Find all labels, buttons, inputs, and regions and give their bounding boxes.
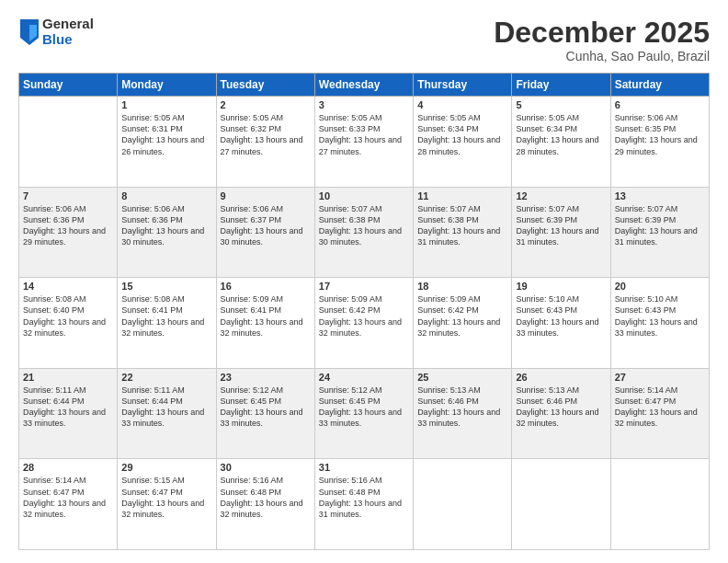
cell-info: Sunrise: 5:06 AMSunset: 6:36 PMDaylight:… (23, 203, 113, 248)
day-number: 30 (221, 462, 311, 473)
table-row: 19 Sunrise: 5:10 AMSunset: 6:43 PMDaylig… (512, 278, 610, 369)
day-number: 25 (417, 372, 507, 383)
day-number: 2 (221, 99, 311, 110)
day-number: 28 (23, 462, 113, 473)
page: General Blue December 2025 Cunha, Sao Pa… (0, 0, 728, 563)
day-number: 19 (516, 281, 606, 292)
table-row (610, 459, 709, 550)
cell-info: Sunrise: 5:08 AMSunset: 6:41 PMDaylight:… (121, 293, 211, 339)
cell-info: Sunrise: 5:13 AMSunset: 6:46 PMDaylight:… (516, 385, 606, 430)
header: General Blue December 2025 Cunha, Sao Pa… (18, 17, 710, 63)
cell-info: Sunrise: 5:11 AMSunset: 6:44 PMDaylight:… (23, 385, 113, 430)
col-wednesday: Wednesday (314, 74, 413, 97)
cell-info: Sunrise: 5:11 AMSunset: 6:44 PMDaylight:… (121, 385, 211, 430)
table-row: 14 Sunrise: 5:08 AMSunset: 6:40 PMDaylig… (19, 278, 118, 369)
day-number: 24 (319, 372, 409, 383)
logo-blue: Blue (42, 32, 94, 48)
table-row: 8 Sunrise: 5:06 AMSunset: 6:36 PMDayligh… (118, 187, 216, 278)
day-number: 15 (121, 281, 211, 292)
table-row: 2 Sunrise: 5:05 AMSunset: 6:32 PMDayligh… (216, 97, 314, 188)
calendar-table: Sunday Monday Tuesday Wednesday Thursday… (18, 73, 710, 550)
day-number: 11 (417, 190, 507, 201)
cell-info: Sunrise: 5:07 AMSunset: 6:39 PMDaylight:… (615, 203, 705, 248)
col-saturday: Saturday (610, 74, 709, 97)
table-row: 16 Sunrise: 5:09 AMSunset: 6:41 PMDaylig… (216, 278, 314, 369)
day-number: 5 (516, 99, 606, 110)
cell-info: Sunrise: 5:10 AMSunset: 6:43 PMDaylight:… (615, 293, 705, 339)
table-row: 18 Sunrise: 5:09 AMSunset: 6:42 PMDaylig… (414, 278, 512, 369)
cell-info: Sunrise: 5:07 AMSunset: 6:38 PMDaylight:… (417, 203, 507, 248)
day-number: 1 (121, 99, 211, 110)
day-number: 23 (221, 372, 311, 383)
table-row: 4 Sunrise: 5:05 AMSunset: 6:34 PMDayligh… (414, 97, 512, 188)
table-row: 27 Sunrise: 5:14 AMSunset: 6:47 PMDaylig… (610, 368, 709, 459)
day-number: 31 (319, 462, 409, 473)
cell-info: Sunrise: 5:05 AMSunset: 6:33 PMDaylight:… (319, 112, 409, 157)
calendar-week-row: 28 Sunrise: 5:14 AMSunset: 6:47 PMDaylig… (19, 459, 710, 550)
day-number: 22 (121, 372, 211, 383)
table-row: 11 Sunrise: 5:07 AMSunset: 6:38 PMDaylig… (414, 187, 512, 278)
table-row: 30 Sunrise: 5:16 AMSunset: 6:48 PMDaylig… (216, 459, 314, 550)
day-number: 20 (615, 281, 705, 292)
day-number: 4 (417, 99, 507, 110)
table-row: 15 Sunrise: 5:08 AMSunset: 6:41 PMDaylig… (118, 278, 216, 369)
subtitle: Cunha, Sao Paulo, Brazil (494, 49, 710, 63)
table-row: 21 Sunrise: 5:11 AMSunset: 6:44 PMDaylig… (19, 368, 118, 459)
day-number: 9 (221, 190, 311, 201)
col-thursday: Thursday (414, 74, 512, 97)
calendar-week-row: 1 Sunrise: 5:05 AMSunset: 6:31 PMDayligh… (19, 97, 710, 188)
cell-info: Sunrise: 5:05 AMSunset: 6:34 PMDaylight:… (516, 112, 606, 157)
cell-info: Sunrise: 5:07 AMSunset: 6:38 PMDaylight:… (319, 203, 409, 248)
cell-info: Sunrise: 5:15 AMSunset: 6:47 PMDaylight:… (121, 475, 211, 520)
calendar-week-row: 14 Sunrise: 5:08 AMSunset: 6:40 PMDaylig… (19, 278, 710, 369)
day-number: 3 (319, 99, 409, 110)
calendar-week-row: 21 Sunrise: 5:11 AMSunset: 6:44 PMDaylig… (19, 368, 710, 459)
col-sunday: Sunday (19, 74, 118, 97)
day-number: 14 (23, 281, 113, 292)
table-row: 29 Sunrise: 5:15 AMSunset: 6:47 PMDaylig… (118, 459, 216, 550)
table-row: 20 Sunrise: 5:10 AMSunset: 6:43 PMDaylig… (610, 278, 709, 369)
table-row: 13 Sunrise: 5:07 AMSunset: 6:39 PMDaylig… (610, 187, 709, 278)
col-tuesday: Tuesday (216, 74, 314, 97)
day-number: 7 (23, 190, 113, 201)
table-row: 7 Sunrise: 5:06 AMSunset: 6:36 PMDayligh… (19, 187, 118, 278)
table-row: 25 Sunrise: 5:13 AMSunset: 6:46 PMDaylig… (414, 368, 512, 459)
day-number: 21 (23, 372, 113, 383)
cell-info: Sunrise: 5:07 AMSunset: 6:39 PMDaylight:… (516, 203, 606, 248)
cell-info: Sunrise: 5:05 AMSunset: 6:31 PMDaylight:… (121, 112, 211, 157)
day-number: 12 (516, 190, 606, 201)
table-row: 22 Sunrise: 5:11 AMSunset: 6:44 PMDaylig… (118, 368, 216, 459)
day-number: 13 (615, 190, 705, 201)
table-row: 3 Sunrise: 5:05 AMSunset: 6:33 PMDayligh… (314, 97, 413, 188)
table-row: 23 Sunrise: 5:12 AMSunset: 6:45 PMDaylig… (216, 368, 314, 459)
col-friday: Friday (512, 74, 610, 97)
cell-info: Sunrise: 5:13 AMSunset: 6:46 PMDaylight:… (417, 385, 507, 430)
calendar-header-row: Sunday Monday Tuesday Wednesday Thursday… (19, 74, 710, 97)
day-number: 27 (615, 372, 705, 383)
logo-general: General (42, 17, 94, 32)
logo-icon (20, 19, 39, 45)
main-title: December 2025 (494, 17, 710, 49)
day-number: 6 (615, 99, 705, 110)
cell-info: Sunrise: 5:12 AMSunset: 6:45 PMDaylight:… (319, 385, 409, 430)
logo-text: General Blue (42, 17, 94, 47)
day-number: 10 (319, 190, 409, 201)
col-monday: Monday (118, 74, 216, 97)
day-number: 8 (121, 190, 211, 201)
table-row: 17 Sunrise: 5:09 AMSunset: 6:42 PMDaylig… (314, 278, 413, 369)
cell-info: Sunrise: 5:16 AMSunset: 6:48 PMDaylight:… (221, 475, 311, 520)
day-number: 29 (121, 462, 211, 473)
title-block: December 2025 Cunha, Sao Paulo, Brazil (494, 17, 710, 63)
logo: General Blue (18, 17, 94, 47)
table-row: 28 Sunrise: 5:14 AMSunset: 6:47 PMDaylig… (19, 459, 118, 550)
cell-info: Sunrise: 5:14 AMSunset: 6:47 PMDaylight:… (615, 385, 705, 430)
day-number: 17 (319, 281, 409, 292)
table-row: 1 Sunrise: 5:05 AMSunset: 6:31 PMDayligh… (118, 97, 216, 188)
cell-info: Sunrise: 5:12 AMSunset: 6:45 PMDaylight:… (221, 385, 311, 430)
table-row (512, 459, 610, 550)
cell-info: Sunrise: 5:14 AMSunset: 6:47 PMDaylight:… (23, 475, 113, 520)
table-row: 31 Sunrise: 5:16 AMSunset: 6:48 PMDaylig… (314, 459, 413, 550)
cell-info: Sunrise: 5:16 AMSunset: 6:48 PMDaylight:… (319, 475, 409, 520)
cell-info: Sunrise: 5:05 AMSunset: 6:34 PMDaylight:… (417, 112, 507, 157)
cell-info: Sunrise: 5:08 AMSunset: 6:40 PMDaylight:… (23, 293, 113, 339)
